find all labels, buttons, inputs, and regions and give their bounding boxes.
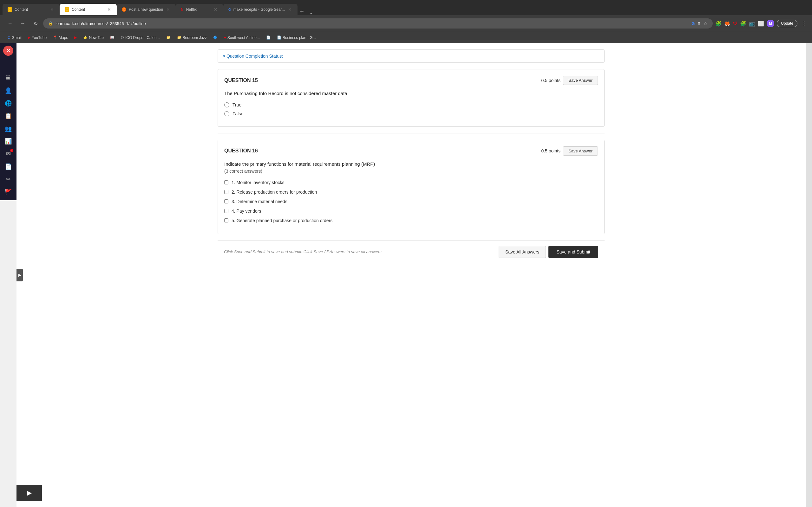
address-bar[interactable]: 🔒 learn.uark.edu/ultra/courses/_353546_1… [43,18,713,29]
question-16-label-1[interactable]: 1. Monitor inventory stocks [232,180,285,185]
tab1-label: Content [14,7,47,12]
sidebar-groups-icon[interactable]: 👥 [3,123,14,134]
bookmark-4[interactable]: ▶ [72,35,79,40]
completion-status-bar[interactable]: Question Completion Status: [217,49,605,63]
back-button[interactable]: ← [5,18,15,29]
forward-button[interactable]: → [18,18,28,29]
question-16-checkbox-3[interactable] [224,199,229,204]
sidebar-chart-icon[interactable]: 📊 [3,135,14,147]
right-scrollbar[interactable] [806,43,812,507]
business-icon: 📄 [277,36,281,40]
bedroom-icon: 📁 [177,36,182,40]
ico-icon: ⬡ [121,36,124,40]
question-16-checkbox-1[interactable] [224,180,229,184]
question-15-label-true[interactable]: True [233,102,241,107]
bookmark-star-icon[interactable]: ☆ [704,21,708,26]
sidebar-flag-icon[interactable]: 🚩 [3,186,14,198]
question-16-label-3[interactable]: 3. Determine material needs [232,199,287,204]
question-15-radio-false[interactable] [224,111,229,116]
bookmark-bedroom[interactable]: 📁 Bedroom Jazz [174,35,210,41]
bookmark-business[interactable]: 📄 Business plan - G... [274,35,318,41]
bookmark-gmail[interactable]: G Gmail [5,35,24,41]
extension-icon-2[interactable]: 🦊 [724,20,730,26]
tab3-close[interactable]: ✕ [165,6,171,13]
tab5-close[interactable]: ✕ [287,6,293,13]
google-lens-icon[interactable]: G [692,21,695,26]
update-button[interactable]: Update [777,20,798,27]
question-15-number: QUESTION 15 [224,78,258,83]
sidebar-expand-arrow[interactable]: ▶ [16,269,23,281]
extension-icon-3[interactable]: 🛡 [733,21,738,26]
question-15-radio-true[interactable] [224,102,229,107]
gmail-icon: G [8,36,10,40]
tab-content-2[interactable]: C Content ✕ [60,4,117,15]
bookmark-southwest[interactable]: ♥ Southwest Airline... [221,35,262,41]
extension-icon-4[interactable]: 🧩 [740,20,746,26]
bookmark-folder1[interactable]: 📁 [164,35,173,40]
tab4-close[interactable]: ✕ [213,6,218,13]
question-16-checkbox-5[interactable] [224,218,229,222]
tab-google-search[interactable]: G make recepits - Google Sear... ✕ [223,4,298,15]
profile-icon[interactable]: M [767,20,774,27]
sidebar-globe-icon[interactable]: 🌐 [3,98,14,109]
tab-content-1[interactable]: C Content ✕ [3,4,60,15]
close-sidebar-button[interactable]: ✕ [3,46,13,56]
sidebar-toggle-icon[interactable]: ⬜ [758,20,764,26]
sidebar-mail-icon[interactable]: ✉ ! [3,148,14,160]
sidebar-user-icon[interactable]: 👤 [3,85,14,96]
question-16-label-5[interactable]: 5. Generate planned purchase or producti… [232,218,333,223]
question-15-option-false: False [224,111,598,116]
folder1-icon: 📁 [166,36,171,40]
bookmark-newtab[interactable]: ⭐ New Tab [81,35,106,41]
sidebar-doc-icon[interactable]: 📄 [3,161,14,172]
footer-instruction-text: Click Save and Submit to save and submit… [224,249,383,254]
bookmark-youtube-label: YouTube [32,36,47,40]
tab1-close[interactable]: ✕ [49,6,55,13]
extension-icon-1[interactable]: 🧩 [715,20,722,26]
save-all-answers-button[interactable]: Save All Answers [499,246,546,258]
bookmark-8[interactable]: 📄 [264,35,273,40]
bookmark-gmail-label: Gmail [12,36,21,40]
video-player-widget[interactable]: ▶ [16,485,42,501]
cast-icon[interactable]: 📺 [749,20,755,26]
bookmark-newtab-label: New Tab [89,36,103,40]
address-icons: G ⬆ ☆ [692,21,708,26]
bookmark-5[interactable]: 📖 [107,35,117,40]
sidebar-institution-icon[interactable]: 🏛 [3,72,14,83]
tab2-close[interactable]: ✕ [107,6,112,13]
reload-button[interactable]: ↻ [31,18,41,29]
tab-content-3[interactable]: C Post a new question ✕ [117,4,176,15]
bookmark-maps[interactable]: 📍 Maps [50,35,70,41]
save-and-submit-button[interactable]: Save and Submit [548,246,598,258]
mail-badge: ! [10,149,13,152]
tab-netflix[interactable]: N Netflix ✕ [176,4,223,15]
question-16-label-2[interactable]: 2. Release production orders for product… [232,189,317,194]
bookmark7-icon: 🔷 [213,36,217,40]
bookmark-bedroom-label: Bedroom Jazz [183,36,207,40]
question-15-save-btn[interactable]: Save Answer [563,76,598,85]
question-16-checkbox-2[interactable] [224,190,229,194]
question-15-header: QUESTION 15 0.5 points Save Answer [224,76,598,85]
bookmark-ico[interactable]: ⬡ ICO Drops - Calen... [118,35,162,41]
question-15-points-area: 0.5 points Save Answer [541,76,598,85]
question-15-label-false[interactable]: False [233,111,243,116]
completion-status-title[interactable]: Question Completion Status: [223,54,283,59]
page-content: Question Completion Status: QUESTION 15 … [16,43,806,507]
question-16-option-1: 1. Monitor inventory stocks [224,180,598,185]
question-16-save-btn[interactable]: Save Answer [563,147,598,156]
question-divider [217,133,605,133]
chrome-menu-icon[interactable]: ⋮ [801,20,807,27]
sidebar-list-icon[interactable]: 📋 [3,110,14,122]
bookmark-7[interactable]: 🔷 [211,35,220,40]
question-16-label-4[interactable]: 4. Pay vendors [232,209,261,214]
share-icon[interactable]: ⬆ [697,21,701,26]
sidebar-edit-icon[interactable]: ✏ [3,174,14,185]
new-tab-button[interactable]: + [298,8,306,15]
question-16-checkbox-4[interactable] [224,209,229,213]
tab1-favicon: C [8,7,12,12]
youtube-icon: ▶ [28,36,31,40]
left-sidebar: ✕ 🏛 👤 🌐 📋 👥 📊 ✉ ! 📄 ✏ 🚩 [0,43,16,200]
bookmark-youtube[interactable]: ▶ YouTube [26,35,49,41]
question-16-option-2: 2. Release production orders for product… [224,189,598,194]
tab-overflow-button[interactable]: ⌄ [306,9,316,15]
